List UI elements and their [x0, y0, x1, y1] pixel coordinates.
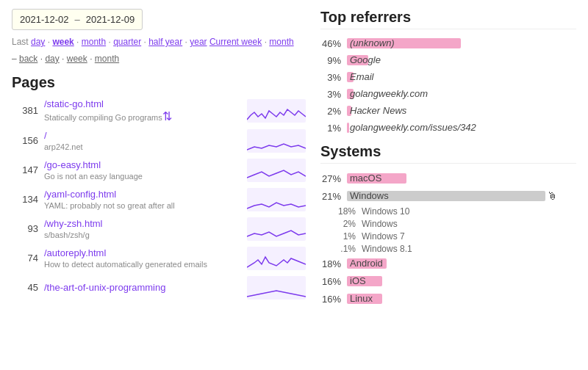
date-start: 2021-12-02	[20, 14, 69, 25]
cursor-icon: 🖰	[547, 190, 557, 202]
system-label[interactable]: Linux	[350, 293, 373, 304]
referrer-label[interactable]: (unknown)	[350, 37, 395, 48]
system-bar-container: iOS	[347, 274, 567, 289]
system-sub-label: Windows	[362, 219, 398, 229]
system-row: 16%iOS	[320, 274, 576, 289]
page-count: 156	[12, 135, 38, 146]
systems-section: Systems 27%macOS21%Windows🖰18%Windows 10…	[320, 143, 576, 306]
period-day[interactable]: day	[31, 37, 45, 47]
system-sub-row: .1%Windows 8.1	[320, 244, 576, 254]
period-week[interactable]: week	[52, 37, 74, 47]
date-range-box[interactable]: 2021-12-02 – 2021-12-09	[12, 9, 143, 30]
referrer-bar-container: golangweekly.com	[347, 87, 465, 101]
period-links-row1: Last day · week · month · quarter · half…	[12, 35, 306, 51]
page-info: /the-art-of-unix-programming	[44, 282, 241, 293]
page-desc: s/bash/zsh/g	[44, 231, 90, 239]
referrer-bar-container: Google	[347, 54, 465, 67]
page-desc: How to detect automatically generated em…	[44, 260, 207, 269]
referrer-pct: 46%	[320, 38, 341, 49]
system-label[interactable]: Windows	[350, 190, 389, 201]
period-quarter[interactable]: quarter	[113, 37, 141, 47]
systems-list: 27%macOS21%Windows🖰18%Windows 102%Window…	[320, 171, 576, 306]
page-count: 93	[12, 223, 38, 234]
sparkline-container	[247, 247, 306, 270]
system-label[interactable]: macOS	[350, 173, 381, 184]
back-link[interactable]: back	[19, 54, 37, 64]
page-desc: Go is not an easy language	[44, 172, 143, 181]
referrer-pct: 3%	[320, 72, 341, 83]
page-count: 147	[12, 164, 38, 175]
system-sub-pct: 2%	[335, 219, 356, 229]
back-week[interactable]: week	[67, 54, 87, 64]
referrer-row: 3%golangweekly.com	[320, 87, 576, 101]
referrer-row: 9%Google	[320, 54, 576, 67]
referrers-title: Top referrers	[320, 9, 576, 29]
sparkline-container	[247, 159, 306, 182]
page-info: /arp242.net	[44, 130, 241, 152]
sort-icon[interactable]: ⇅	[162, 110, 172, 123]
page-link[interactable]: /why-zsh.html	[44, 218, 241, 229]
page-link[interactable]: /static-go.html	[44, 98, 241, 109]
referrer-row: 46%(unknown)	[320, 37, 576, 50]
sparkline-container	[247, 276, 306, 300]
referrer-label[interactable]: golangweekly.com	[350, 88, 428, 99]
system-sub-row: 2%Windows	[320, 219, 576, 229]
referrer-bar-container: Email	[347, 70, 465, 84]
referrer-pct: 1%	[320, 123, 341, 134]
page-count: 74	[12, 253, 38, 264]
system-row: 27%macOS	[320, 171, 576, 186]
page-desc: arp242.net	[44, 142, 83, 151]
sparkline-container	[247, 129, 306, 153]
page-row: 134/yaml-config.htmlYAML: probably not s…	[12, 188, 306, 211]
page-row: 156/arp242.net	[12, 129, 306, 153]
page-row: 93/why-zsh.htmls/bash/zsh/g	[12, 217, 306, 241]
system-sub-pct: 18%	[335, 206, 356, 217]
period-month[interactable]: month	[82, 37, 106, 47]
page-link[interactable]: /autoreply.html	[44, 247, 241, 258]
system-bar-container: Android	[347, 256, 567, 271]
back-month[interactable]: month	[95, 54, 119, 64]
page-link[interactable]: /the-art-of-unix-programming	[44, 282, 241, 293]
current-month-link[interactable]: month	[269, 37, 293, 47]
system-sub-label: Windows 10	[362, 206, 409, 217]
page-link[interactable]: /yaml-config.html	[44, 189, 241, 200]
system-row: 16%Linux	[320, 291, 576, 306]
referrer-label[interactable]: golangweekly.com/issues/342	[350, 122, 476, 133]
pages-list: 381/static-go.htmlStatically compiling G…	[12, 98, 306, 300]
back-day[interactable]: day	[45, 54, 59, 64]
system-pct: 21%	[320, 191, 341, 202]
referrer-pct: 9%	[320, 55, 341, 66]
system-label[interactable]: iOS	[350, 275, 366, 286]
period-year[interactable]: year	[190, 37, 207, 47]
system-pct: 16%	[320, 294, 341, 305]
system-sub-pct: 1%	[335, 231, 356, 242]
page-link[interactable]: /go-easy.html	[44, 159, 241, 170]
referrer-label[interactable]: Email	[350, 71, 374, 82]
referrer-label[interactable]: Hacker News	[350, 105, 406, 116]
date-separator: –	[75, 14, 80, 25]
referrer-label[interactable]: Google	[350, 54, 381, 65]
pages-title: Pages	[12, 74, 306, 91]
page-info: /autoreply.htmlHow to detect automatical…	[44, 247, 241, 269]
system-label[interactable]: Android	[350, 258, 383, 269]
page-count: 381	[12, 105, 38, 116]
system-sub-label: Windows 8.1	[362, 244, 412, 254]
sparkline-container	[247, 188, 306, 211]
date-end: 2021-12-09	[86, 14, 135, 25]
sparkline-container	[247, 99, 306, 123]
period-half-year[interactable]: half year	[148, 37, 182, 47]
current-week-link[interactable]: Current week	[209, 37, 262, 47]
page-desc: Statically compiling Go programs	[44, 113, 162, 122]
system-sub-row: 1%Windows 7	[320, 231, 576, 242]
page-count: 45	[12, 282, 38, 293]
systems-title: Systems	[320, 143, 576, 164]
referrer-bar-container: golangweekly.com/issues/342	[347, 121, 465, 134]
page-link[interactable]: /	[44, 130, 241, 141]
system-bar-container: macOS	[347, 171, 567, 186]
system-bar-container: Windows🖰	[347, 189, 567, 203]
system-sub-pct: .1%	[335, 244, 356, 254]
referrer-pct: 2%	[320, 106, 341, 117]
referrer-bar-container: (unknown)	[347, 37, 465, 50]
referrer-row: 1%golangweekly.com/issues/342	[320, 121, 576, 134]
page-info: /go-easy.htmlGo is not an easy language	[44, 159, 241, 181]
